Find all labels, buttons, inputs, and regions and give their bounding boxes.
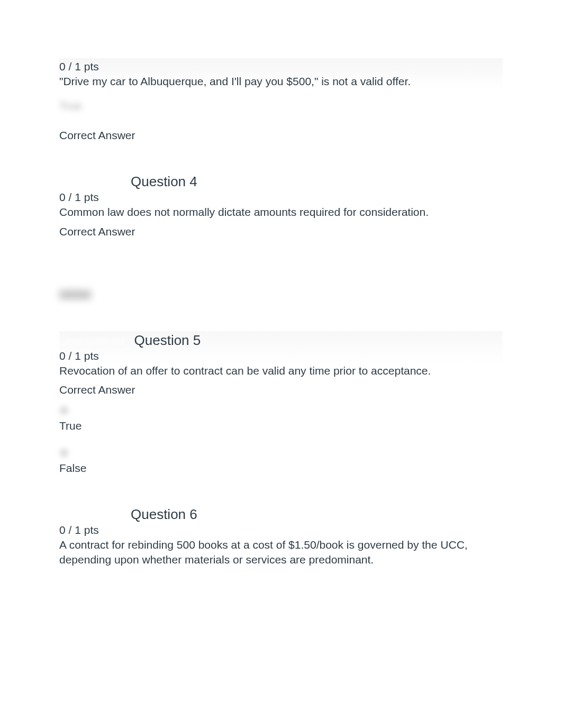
- question-3: 0 / 1 pts "Drive my car to Albuquerque, …: [59, 58, 503, 142]
- hidden-answer-option: True: [59, 99, 503, 112]
- question-4: Question 4 0 / 1 pts Common law does not…: [59, 174, 503, 299]
- question-points: 0 / 1 pts: [59, 191, 503, 204]
- question-points: 0 / 1 pts: [59, 350, 503, 362]
- option-label: True: [59, 420, 503, 432]
- question-title: Question 4: [131, 174, 197, 190]
- question-5: Unanswered Question 5 0 / 1 pts Revocati…: [59, 331, 503, 475]
- question-points: 0 / 1 pts: [59, 524, 503, 536]
- question-text: Common law does not normally dictate amo…: [59, 205, 503, 220]
- radio-icon: [59, 448, 69, 458]
- unanswered-label: Unanswered: [59, 334, 125, 348]
- question-title: Question 5: [134, 332, 201, 349]
- radio-icon: [59, 406, 69, 415]
- correct-answer-label: Correct Answer: [59, 384, 503, 396]
- question-text: A contract for rebinding 500 books at a …: [59, 538, 503, 568]
- option-label: False: [59, 462, 503, 475]
- correct-answer-label: Correct Answer: [59, 129, 503, 142]
- question-text: Revocation of an offer to contract can b…: [59, 363, 503, 378]
- answer-option-true[interactable]: True: [59, 406, 503, 432]
- hidden-content: [59, 290, 91, 299]
- question-6: Question 6 0 / 1 pts A contract for rebi…: [59, 506, 503, 568]
- question-text: "Drive my car to Albuquerque, and I'll p…: [59, 74, 503, 89]
- question-points: 0 / 1 pts: [59, 60, 503, 73]
- answer-option-false[interactable]: False: [59, 448, 503, 475]
- question-title: Question 6: [131, 506, 197, 523]
- correct-answer-label: Correct Answer: [59, 225, 503, 238]
